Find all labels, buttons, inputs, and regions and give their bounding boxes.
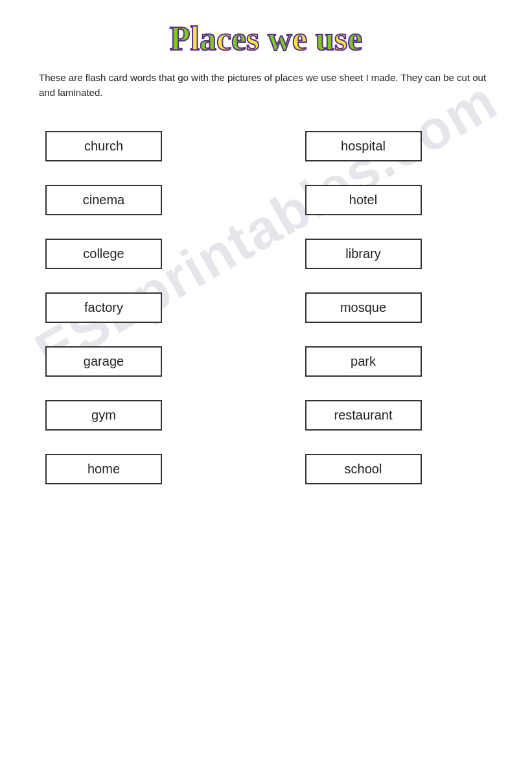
title-container: Places we use: [39, 19, 493, 58]
card-cell-left-0: church: [39, 119, 266, 173]
card-cell-left-6: home: [39, 442, 266, 496]
card-cell-right-1: hotel: [266, 173, 494, 227]
page-title: Places we use: [39, 19, 493, 58]
word-card-hospital: hospital: [305, 131, 422, 161]
card-cell-right-2: library: [266, 227, 494, 281]
word-card-garage: garage: [45, 346, 162, 377]
word-card-church: church: [45, 131, 162, 161]
word-card-school: school: [305, 454, 422, 484]
card-cell-left-2: college: [39, 227, 266, 281]
card-cell-left-5: gym: [39, 388, 266, 442]
word-card-cinema: cinema: [45, 185, 162, 215]
cards-grid: churchhospitalcinemahotelcollegelibraryf…: [39, 119, 493, 496]
card-cell-right-6: school: [266, 442, 494, 496]
description-text: These are flash card words that go with …: [39, 71, 493, 100]
word-card-home: home: [45, 454, 162, 484]
word-card-park: park: [305, 346, 422, 377]
word-card-library: library: [305, 239, 422, 269]
card-cell-right-3: mosque: [266, 281, 494, 335]
card-cell-left-4: garage: [39, 335, 266, 388]
card-cell-right-0: hospital: [266, 119, 494, 173]
card-cell-left-3: factory: [39, 281, 266, 335]
word-card-mosque: mosque: [305, 292, 422, 323]
word-card-hotel: hotel: [305, 185, 422, 215]
card-cell-left-1: cinema: [39, 173, 266, 227]
word-card-restaurant: restaurant: [305, 400, 422, 431]
word-card-factory: factory: [45, 292, 162, 323]
word-card-college: college: [45, 239, 162, 269]
card-cell-right-4: park: [266, 335, 494, 388]
card-cell-right-5: restaurant: [266, 388, 494, 442]
word-card-gym: gym: [45, 400, 162, 431]
page: Places we use These are flash card words…: [0, 0, 532, 758]
